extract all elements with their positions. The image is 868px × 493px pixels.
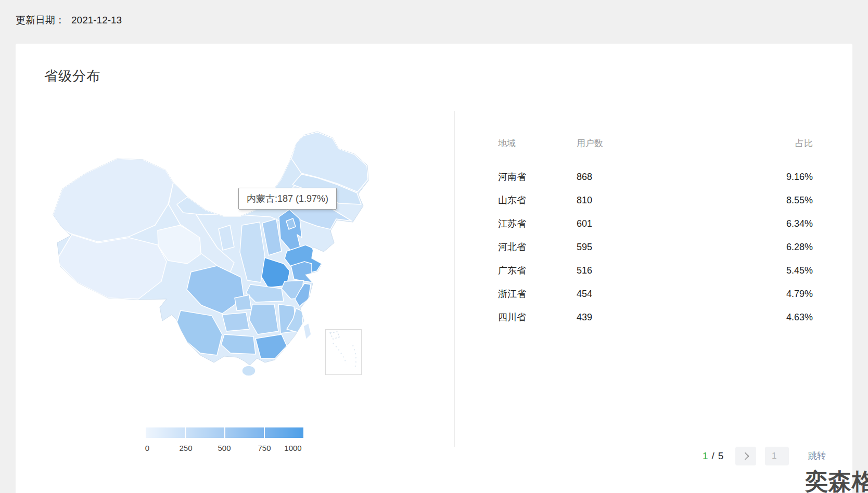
table-row: 江苏省 601 6.34%: [498, 212, 813, 236]
cell-pct: 5.45%: [740, 259, 813, 282]
cell-users: 595: [577, 236, 740, 259]
col-header-region: 地域: [498, 136, 577, 151]
legend-separator: [224, 427, 225, 438]
table-row: 河北省 595 6.28%: [498, 236, 813, 259]
panel-divider: [454, 111, 455, 447]
map-tooltip-text: 内蒙古:187 (1.97%): [247, 193, 328, 204]
col-header-pct: 占比: [740, 136, 813, 151]
south-china-sea-inset: [325, 329, 362, 375]
province-hainan[interactable]: [242, 366, 256, 376]
legend-separator: [185, 427, 186, 438]
legend-separator: [264, 427, 265, 438]
cell-pct: 6.34%: [740, 212, 813, 236]
cell-pct: 4.63%: [740, 306, 813, 329]
table-row: 广东省 516 5.45%: [498, 259, 813, 282]
chevron-right-icon: [741, 452, 748, 460]
page-title: 省级分布: [44, 67, 100, 85]
cell-users: 810: [577, 189, 740, 212]
south-china-sea-islands: [326, 330, 361, 374]
table-row: 浙江省 454 4.79%: [498, 282, 813, 306]
pagination: 1/5 跳转: [16, 447, 852, 465]
cell-region: 河南省: [498, 165, 577, 189]
cell-region: 四川省: [498, 306, 577, 329]
table-row: 山东省 810 8.55%: [498, 189, 813, 212]
update-date-label: 更新日期：: [16, 15, 65, 25]
province-jiangsu[interactable]: [291, 262, 312, 282]
cell-region: 河北省: [498, 236, 577, 259]
cell-region: 江苏省: [498, 212, 577, 236]
distribution-card: 省级分布: [16, 44, 852, 493]
cell-users: 516: [577, 259, 740, 282]
cell-pct: 4.79%: [740, 282, 813, 306]
page-indicator: 1/5: [703, 447, 723, 465]
cell-region: 浙江省: [498, 282, 577, 306]
map-legend-gradient: [146, 427, 303, 438]
table-header-row: 地域 用户数 占比: [498, 136, 813, 151]
map-tooltip: 内蒙古:187 (1.97%): [238, 188, 337, 210]
cell-region: 山东省: [498, 189, 577, 212]
region-table: 地域 用户数 占比 河南省 868 9.16% 山东省 810 8.55% 江苏…: [498, 136, 813, 329]
col-header-users: 用户数: [577, 136, 740, 151]
table-row: 河南省 868 9.16%: [498, 165, 813, 189]
cell-users: 601: [577, 212, 740, 236]
total-pages: 5: [718, 450, 724, 461]
cell-pct: 9.16%: [740, 165, 813, 189]
cell-users: 868: [577, 165, 740, 189]
watermark: 奕森格: [805, 466, 868, 493]
next-page-button[interactable]: [735, 447, 756, 465]
current-page: 1: [703, 450, 708, 461]
cell-region: 广东省: [498, 259, 577, 282]
province-tibet[interactable]: [58, 235, 167, 299]
cell-users: 454: [577, 282, 740, 306]
table-row: 四川省 439 4.63%: [498, 306, 813, 329]
cell-pct: 6.28%: [740, 236, 813, 259]
province-chongqing[interactable]: [235, 295, 251, 310]
page-input[interactable]: [765, 447, 789, 465]
page-separator: /: [712, 450, 714, 461]
cell-users: 439: [577, 306, 740, 329]
province-guangdong[interactable]: [256, 334, 287, 358]
jump-button[interactable]: 跳转: [808, 447, 826, 465]
update-date-value: 2021-12-13: [71, 15, 122, 25]
cell-pct: 8.55%: [740, 189, 813, 212]
update-date-bar: 更新日期：2021-12-13: [16, 14, 122, 27]
province-taiwan[interactable]: [303, 323, 311, 340]
province-guizhou[interactable]: [222, 313, 249, 331]
